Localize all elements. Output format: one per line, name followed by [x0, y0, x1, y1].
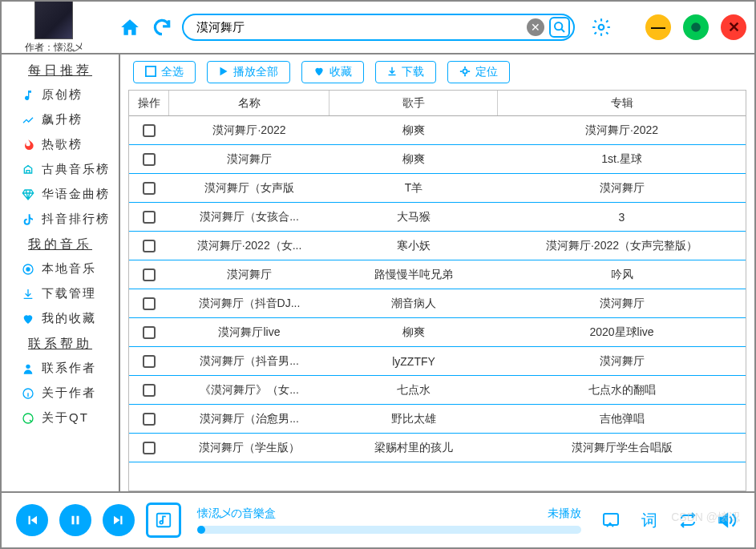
- cell-name: 漠河舞厅（女孩合...: [169, 210, 329, 224]
- row-checkbox[interactable]: [129, 240, 169, 252]
- cell-name: 漠河舞厅（抖音DJ...: [169, 297, 329, 311]
- minimize-button[interactable]: —: [645, 14, 671, 40]
- sidebar-item-tiktok[interactable]: 抖音排行榜: [2, 207, 119, 232]
- cell-album: 漠河舞厅: [498, 297, 746, 311]
- svg-point-8: [23, 414, 33, 423]
- sidebar-item-label: 古典音乐榜: [42, 162, 110, 177]
- row-checkbox[interactable]: [129, 413, 169, 426]
- lyric-button[interactable]: 词: [636, 507, 663, 534]
- sidebar-item-chart[interactable]: 飙升榜: [2, 107, 119, 132]
- sidebar-item-heart[interactable]: 我的收藏: [2, 306, 119, 331]
- clear-icon[interactable]: ✕: [527, 18, 544, 36]
- sidebar-item-label: 我的收藏: [42, 311, 96, 326]
- table-row[interactable]: 漠河舞厅（治愈男... 野比太雄 吉他弹唱: [129, 405, 746, 434]
- pause-button[interactable]: [59, 504, 91, 536]
- cell-album: 2020星球live: [498, 325, 746, 340]
- row-checkbox[interactable]: [129, 211, 169, 224]
- volume-icon[interactable]: [713, 507, 740, 534]
- prev-button[interactable]: [16, 504, 48, 536]
- row-checkbox[interactable]: [129, 124, 169, 137]
- progress-bar[interactable]: [197, 526, 581, 534]
- cell-album: 吉他弹唱: [498, 412, 746, 426]
- chart-icon: [21, 113, 35, 127]
- loop-icon[interactable]: [674, 507, 701, 534]
- search-input[interactable]: [196, 15, 527, 39]
- sidebar-item-qt[interactable]: 关于QT: [2, 406, 119, 430]
- locate-button[interactable]: 定位: [447, 61, 510, 83]
- play-icon: [219, 66, 228, 79]
- track-area: 懐涊乄の音樂盒 未播放: [192, 507, 586, 534]
- cell-name: 漠河舞厅（学生版）: [169, 441, 329, 455]
- sidebar-item-disc[interactable]: 本地音乐: [2, 256, 119, 281]
- sidebar-item-note[interactable]: 原创榜: [2, 83, 119, 107]
- row-checkbox[interactable]: [129, 182, 169, 195]
- classic-icon: [21, 163, 35, 177]
- gear-icon[interactable]: [589, 15, 613, 39]
- home-icon[interactable]: [118, 15, 142, 39]
- row-checkbox[interactable]: [129, 442, 169, 454]
- progress-fill: [197, 526, 205, 534]
- play-all-button[interactable]: 播放全部: [207, 61, 290, 83]
- sidebar-item-info[interactable]: 关于作者: [2, 381, 119, 406]
- cover-icon[interactable]: [146, 503, 181, 538]
- table-row[interactable]: 漠河舞厅（抖音DJ... 潮音病人 漠河舞厅: [129, 289, 746, 318]
- col-name[interactable]: 名称: [169, 91, 329, 115]
- col-album[interactable]: 专辑: [498, 91, 746, 115]
- row-checkbox[interactable]: [129, 153, 169, 166]
- cell-artist: 路慢慢半吨兄弟: [329, 268, 498, 282]
- download-button[interactable]: 下载: [375, 61, 436, 83]
- main: 每日推荐 原创榜飙升榜热歌榜古典音乐榜华语金曲榜抖音排行榜 我的音乐 本地音乐下…: [2, 54, 754, 491]
- table-row[interactable]: 漠河舞厅（女声版 T羊 漠河舞厅: [129, 174, 746, 203]
- svg-rect-12: [72, 516, 75, 525]
- sidebar-item-diamond[interactable]: 华语金曲榜: [2, 182, 119, 207]
- maximize-button[interactable]: [683, 14, 709, 40]
- table-row[interactable]: 漠河舞厅（抖音男... lyZZTFY 漠河舞厅: [129, 347, 746, 376]
- table-row[interactable]: 漠河舞厅 路慢慢半吨兄弟 吟风: [129, 260, 746, 289]
- select-all-button[interactable]: 全选: [133, 61, 196, 83]
- favorite-button[interactable]: 收藏: [301, 61, 364, 83]
- window-buttons: — ✕: [645, 14, 746, 40]
- search-icon[interactable]: [549, 17, 570, 38]
- table-row[interactable]: 漠河舞厅 柳爽 1st.星球: [129, 145, 746, 174]
- table-row[interactable]: 漠河舞厅（学生版） 梁赐村里的孩儿 漠河舞厅学生合唱版: [129, 434, 746, 462]
- col-artist[interactable]: 歌手: [329, 91, 498, 115]
- table-row[interactable]: 漠河舞厅·2022（女... 寒小妖 漠河舞厅·2022（女声完整版）: [129, 232, 746, 260]
- sidebar-item-label: 本地音乐: [42, 261, 96, 277]
- fire-icon: [21, 138, 35, 152]
- cell-name: 漠河舞厅: [169, 152, 329, 167]
- row-checkbox[interactable]: [129, 297, 169, 310]
- sidebar-header-daily: 每日推荐: [2, 58, 119, 83]
- sidebar-item-download[interactable]: 下载管理: [2, 281, 119, 306]
- cell-name: 漠河舞厅（抖音男...: [169, 354, 329, 369]
- row-checkbox[interactable]: [129, 355, 169, 368]
- svg-marker-10: [220, 67, 228, 76]
- refresh-icon[interactable]: [150, 15, 174, 39]
- table-row[interactable]: 漠河舞厅·2022 柳爽 漠河舞厅·2022: [129, 116, 746, 145]
- play-all-label: 播放全部: [233, 65, 278, 79]
- row-checkbox[interactable]: [129, 326, 169, 339]
- next-button[interactable]: [103, 504, 135, 536]
- sidebar-item-label: 关于QT: [42, 410, 89, 426]
- svg-point-2: [599, 25, 604, 30]
- cell-album: 漠河舞厅: [498, 181, 746, 196]
- table-row[interactable]: 漠河舞厅（女孩合... 大马猴 3: [129, 203, 746, 232]
- track-title: 懐涊乄の音樂盒: [197, 507, 276, 521]
- sidebar: 每日推荐 原创榜飙升榜热歌榜古典音乐榜华语金曲榜抖音排行榜 我的音乐 本地音乐下…: [2, 54, 120, 491]
- row-checkbox[interactable]: [129, 268, 169, 281]
- table-row[interactable]: 《漠河舞厅》（女... 七点水 七点水的翻唱: [129, 376, 746, 405]
- row-checkbox[interactable]: [129, 384, 169, 397]
- sidebar-item-fire[interactable]: 热歌榜: [2, 132, 119, 157]
- download-label: 下载: [402, 65, 424, 79]
- sidebar-item-user[interactable]: 联系作者: [2, 356, 119, 381]
- playlist-icon[interactable]: [597, 507, 625, 534]
- heart-icon: [313, 66, 325, 79]
- close-button[interactable]: ✕: [721, 14, 746, 40]
- cell-name: 漠河舞厅（女声版: [169, 181, 329, 196]
- sidebar-item-label: 华语金曲榜: [42, 187, 110, 202]
- sidebar-item-classic[interactable]: 古典音乐榜: [2, 157, 119, 182]
- cell-artist: 梁赐村里的孩儿: [329, 441, 498, 455]
- sidebar-item-label: 关于作者: [42, 386, 96, 401]
- cell-album: 3: [498, 211, 746, 224]
- table-row[interactable]: 漠河舞厅live 柳爽 2020星球live: [129, 318, 746, 347]
- col-op[interactable]: 操作: [129, 91, 169, 115]
